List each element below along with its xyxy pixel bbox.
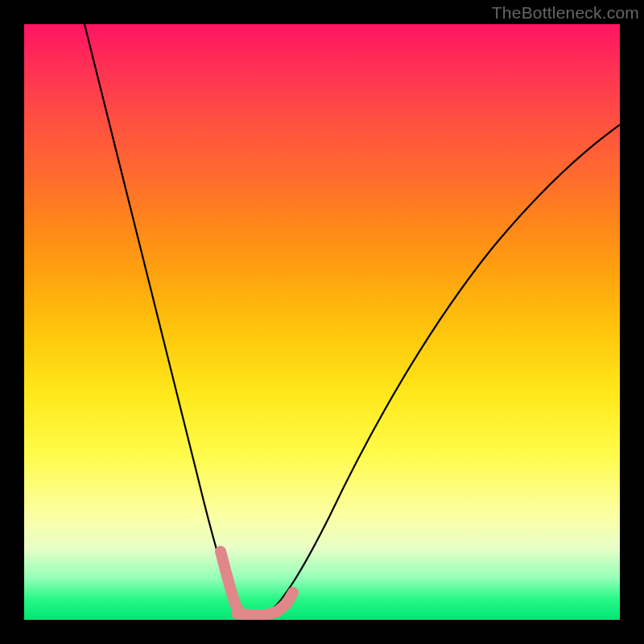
marker-band-left	[221, 551, 240, 613]
plot-area	[24, 24, 620, 620]
watermark-text: TheBottleneck.com	[492, 3, 639, 23]
curve-layer	[24, 24, 620, 620]
bottleneck-curve-left	[85, 24, 242, 613]
chart-frame: TheBottleneck.com	[0, 0, 644, 644]
bottleneck-curve-right	[266, 125, 620, 615]
